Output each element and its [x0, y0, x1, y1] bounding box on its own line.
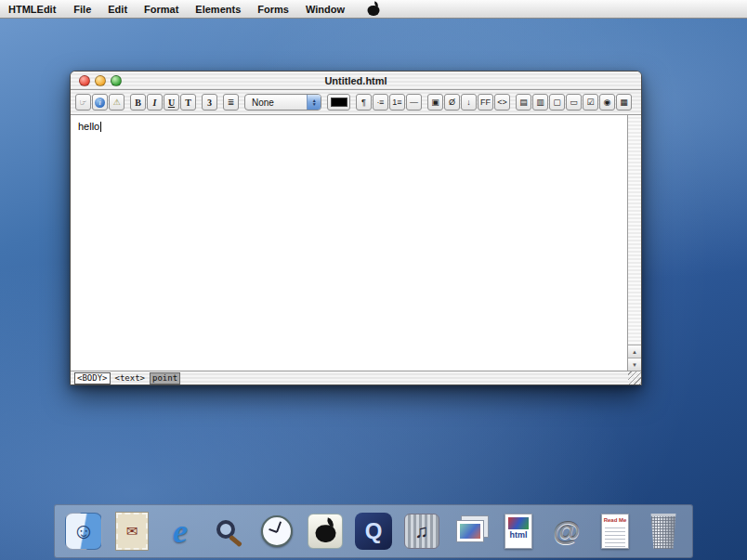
- preview-button[interactable]: ☞: [75, 94, 91, 111]
- horizontal-rule-button[interactable]: —: [406, 94, 422, 111]
- text-caret: [100, 122, 101, 132]
- anchor-button[interactable]: ↓: [461, 94, 477, 111]
- dock-item-internet-explorer[interactable]: e: [159, 510, 202, 553]
- font-size-button[interactable]: 3: [202, 94, 217, 111]
- dock-item-readme-document[interactable]: Read Me: [594, 510, 636, 553]
- tag-point[interactable]: point: [150, 372, 180, 384]
- quicktime-icon: Q: [355, 513, 392, 550]
- teletype-button[interactable]: T: [180, 94, 196, 111]
- menu-format[interactable]: Format: [136, 4, 187, 15]
- form-button[interactable]: ▢: [549, 94, 565, 111]
- music-player-icon: ♫: [404, 514, 439, 549]
- menu-bar: HTMLEdit File Edit Format Elements Forms…: [0, 0, 747, 19]
- table-grid-button[interactable]: ▦: [616, 94, 632, 111]
- window-title: Untitled.html: [71, 75, 641, 86]
- html-document-icon: html: [505, 514, 532, 549]
- scroll-down-button[interactable]: ▼: [628, 358, 641, 371]
- magnifier-icon: [216, 520, 235, 539]
- clock-icon: [261, 515, 293, 547]
- info-button[interactable]: i: [92, 94, 108, 111]
- app-menu-htmledit[interactable]: HTMLEdit: [0, 4, 65, 15]
- dock-item-clock[interactable]: [256, 510, 298, 553]
- stamp-icon: ✉: [116, 513, 148, 550]
- color-swatch-icon: [331, 98, 347, 107]
- warning-button[interactable]: ⚠: [109, 94, 124, 111]
- vertical-scrollbar[interactable]: ▲ ▼: [627, 115, 641, 371]
- dock-item-mail[interactable]: @: [545, 510, 588, 553]
- style-dropdown[interactable]: None ▲▼: [244, 94, 321, 111]
- table-button[interactable]: ▤: [516, 94, 531, 111]
- htmledit-window: Untitled.html ☞ i ⚠ B I U T 3 ≣ None ▲▼: [70, 71, 642, 385]
- dock: ☺ ✉ e Q ♫ html @ Read Me: [54, 504, 693, 558]
- image-map-button[interactable]: Ø: [444, 94, 460, 111]
- menu-forms[interactable]: Forms: [249, 4, 297, 15]
- finder-icon: ☺: [65, 513, 102, 550]
- paragraph-button[interactable]: ¶: [356, 94, 372, 111]
- dock-item-system-preferences[interactable]: [304, 510, 347, 553]
- dock-item-trash[interactable]: [642, 510, 685, 553]
- dock-item-finder[interactable]: ☺: [62, 510, 105, 553]
- titlebar[interactable]: Untitled.html: [71, 72, 641, 90]
- raw-html-button[interactable]: <>: [494, 94, 510, 111]
- dock-item-sherlock[interactable]: [207, 510, 250, 553]
- styles-button[interactable]: ≣: [223, 94, 239, 111]
- dock-item-music-player[interactable]: ♫: [400, 510, 443, 553]
- menu-file[interactable]: File: [65, 4, 99, 15]
- internet-explorer-icon: e: [173, 514, 188, 548]
- image-button[interactable]: ▣: [427, 94, 443, 111]
- trash-icon: [649, 514, 678, 549]
- dock-item-htmledit-document[interactable]: html: [497, 510, 540, 553]
- frames-button[interactable]: FF: [478, 94, 493, 111]
- numbered-list-button[interactable]: 1≡: [389, 94, 405, 111]
- color-swatch-button[interactable]: [327, 94, 350, 111]
- editor-area[interactable]: hello: [71, 115, 627, 371]
- html-document-label: html: [510, 531, 528, 540]
- bullet-list-button[interactable]: ∙≡: [373, 94, 388, 111]
- tag-body[interactable]: <BODY>: [74, 372, 111, 384]
- text-field-button[interactable]: ▭: [566, 94, 582, 111]
- table-cell-button[interactable]: ▥: [532, 94, 548, 111]
- dock-item-image-capture[interactable]: [449, 510, 491, 553]
- menu-window[interactable]: Window: [297, 4, 353, 15]
- readme-document-icon: Read Me: [601, 514, 629, 549]
- at-sign-icon: @: [553, 517, 580, 545]
- dock-item-mail-stamp[interactable]: ✉: [111, 510, 153, 553]
- status-bar: <BODY> <text> point: [71, 371, 641, 384]
- apple-logo-icon: [368, 2, 380, 17]
- checkbox-button[interactable]: ☑: [583, 94, 598, 111]
- system-preferences-icon: [308, 514, 343, 549]
- underline-button[interactable]: U: [164, 94, 179, 111]
- photo-stack-icon: [456, 520, 484, 542]
- dropdown-stepper-icon: ▲▼: [307, 95, 321, 110]
- readme-document-label: Read Me: [604, 517, 627, 523]
- html-document-art: [508, 517, 529, 529]
- dock-item-quicktime[interactable]: Q: [352, 510, 395, 553]
- menu-elements[interactable]: Elements: [187, 4, 249, 15]
- scroll-up-button[interactable]: ▲: [628, 345, 641, 358]
- toolbar: ☞ i ⚠ B I U T 3 ≣ None ▲▼ ¶ ∙≡ 1≡ —: [71, 90, 641, 115]
- scrollbar-track[interactable]: [628, 115, 641, 345]
- italic-button[interactable]: I: [147, 94, 163, 111]
- editor-text: hello: [78, 121, 99, 132]
- info-icon: i: [95, 98, 105, 108]
- radio-button-button[interactable]: ◉: [599, 94, 615, 111]
- apple-box-icon: [315, 518, 335, 543]
- style-dropdown-value: None: [245, 98, 307, 108]
- resize-grip[interactable]: [628, 371, 641, 384]
- bold-button[interactable]: B: [130, 94, 146, 111]
- tag-text[interactable]: <text>: [113, 373, 148, 384]
- readme-document-lines: [605, 526, 625, 547]
- menu-edit[interactable]: Edit: [99, 4, 136, 15]
